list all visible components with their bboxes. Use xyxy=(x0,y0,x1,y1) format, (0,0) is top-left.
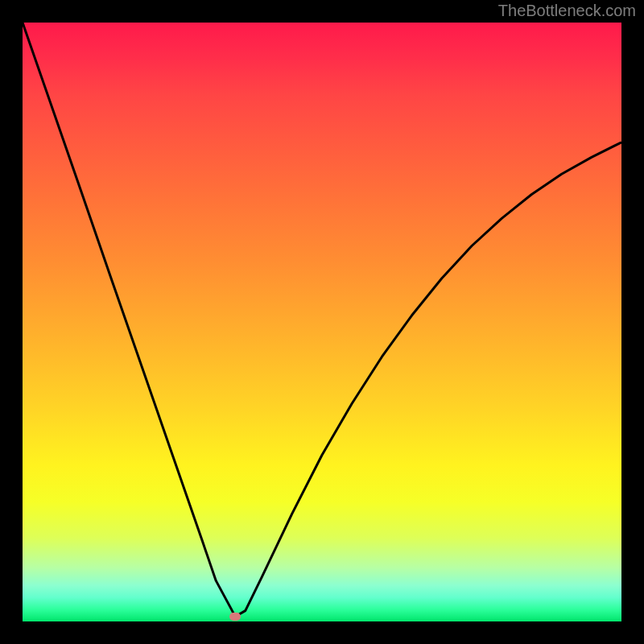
bottleneck-curve xyxy=(23,23,621,621)
watermark-text: TheBottleneck.com xyxy=(498,2,636,20)
chart-frame: TheBottleneck.com xyxy=(0,0,644,644)
optimum-marker xyxy=(229,613,241,621)
plot-area xyxy=(23,23,621,621)
